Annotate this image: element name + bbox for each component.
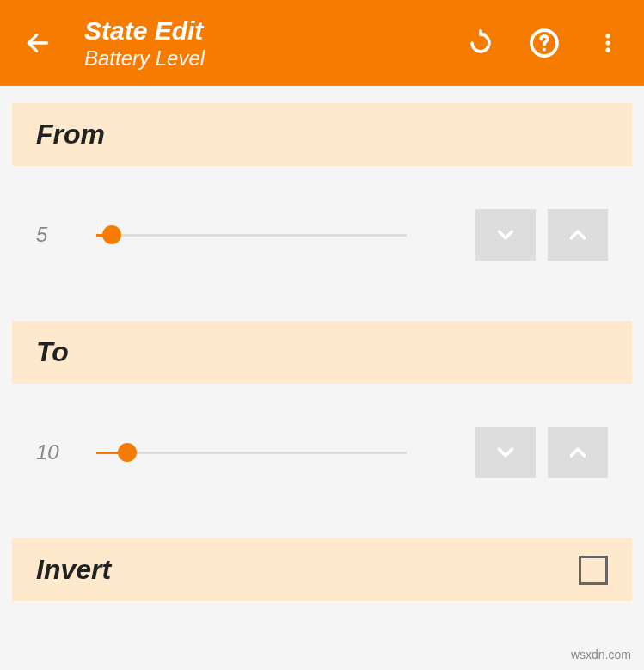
svg-point-4 (605, 40, 610, 45)
from-increment-button[interactable] (548, 209, 608, 261)
svg-point-5 (605, 48, 610, 52)
help-button[interactable] (525, 24, 563, 62)
back-button[interactable] (17, 22, 58, 64)
more-vertical-icon (596, 31, 620, 55)
chevron-up-icon (565, 222, 591, 248)
to-slider-row: 10 (12, 384, 632, 521)
from-slider-row: 5 (12, 166, 632, 304)
to-stepper (475, 427, 608, 478)
help-icon (529, 28, 560, 58)
arrow-left-icon (24, 29, 52, 57)
to-section-header: To (12, 321, 632, 384)
from-section-header: From (12, 103, 632, 166)
more-button[interactable] (589, 24, 627, 62)
from-decrement-button[interactable] (475, 209, 536, 261)
to-decrement-button[interactable] (475, 427, 536, 478)
page-subtitle: Battery Level (84, 46, 462, 71)
page-title: State Edit (84, 15, 462, 46)
chevron-up-icon (565, 439, 591, 465)
chevron-down-icon (493, 439, 518, 465)
to-value: 10 (36, 440, 79, 464)
header-actions (462, 24, 627, 62)
invert-checkbox[interactable] (579, 556, 608, 585)
title-block: State Edit Battery Level (84, 15, 462, 71)
chevron-down-icon (493, 222, 518, 248)
invert-row[interactable]: Invert (12, 538, 632, 601)
to-slider[interactable] (96, 442, 407, 463)
slider-track (96, 234, 407, 237)
slider-track (96, 452, 407, 454)
app-header: State Edit Battery Level (0, 0, 644, 86)
from-value: 5 (36, 223, 79, 247)
from-stepper (475, 209, 608, 261)
watermark: wsxdn.com (571, 648, 631, 661)
undo-button[interactable] (462, 24, 500, 62)
to-increment-button[interactable] (548, 427, 608, 478)
undo-icon (466, 28, 495, 58)
slider-thumb[interactable] (102, 225, 121, 244)
svg-point-3 (605, 34, 610, 38)
content: From 5 To 10 (0, 103, 644, 601)
slider-thumb[interactable] (118, 443, 137, 462)
from-slider[interactable] (96, 224, 407, 245)
invert-label: Invert (36, 554, 111, 586)
